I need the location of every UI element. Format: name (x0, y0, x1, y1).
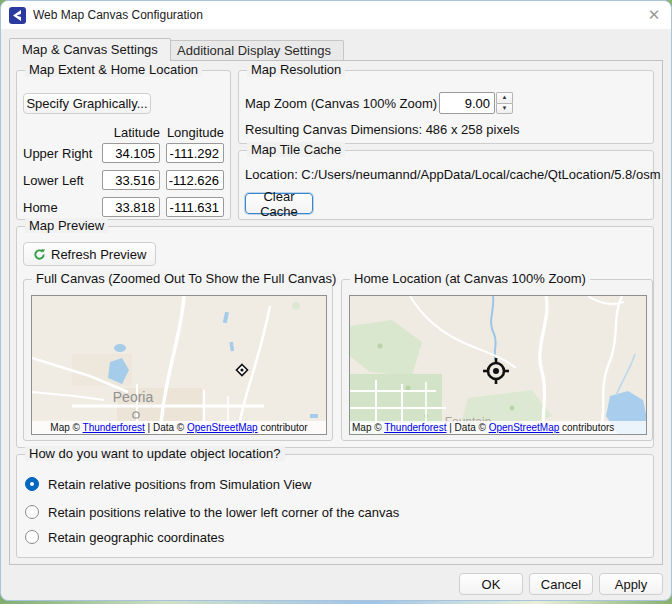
full-canvas-group: Full Canvas (Zoomed Out To Show the Full… (23, 279, 333, 441)
lower-left-latitude-field[interactable]: 33.516 (102, 170, 160, 190)
map-preview-group: Map Preview Refresh Preview Full Canvas … (16, 226, 654, 448)
thunderforest-link[interactable]: Thunderforest (83, 422, 145, 433)
specify-graphically-button[interactable]: Specify Graphically... (23, 93, 151, 114)
cancel-button[interactable]: Cancel (529, 573, 593, 595)
upper-right-label: Upper Right (23, 146, 92, 161)
close-icon[interactable]: ✕ (645, 6, 663, 24)
canvas-dimensions-text: Resulting Canvas Dimensions: 486 x 258 p… (245, 122, 520, 137)
home-location-group: Home Location (at Canvas 100% Zoom) (341, 279, 653, 441)
latitude-header: Latitude (102, 125, 160, 140)
map-tile-cache-group: Map Tile Cache Location: C:/Users/neuman… (238, 150, 654, 220)
map-preview-group-title: Map Preview (25, 218, 108, 233)
web-map-canvas-configuration-dialog: Web Map Canvas Configuration ✕ Map & Can… (0, 0, 672, 601)
refresh-icon (33, 248, 46, 261)
home-latitude-field[interactable]: 33.818 (102, 197, 160, 217)
window-title: Web Map Canvas Configuration (33, 8, 645, 22)
map-zoom-value[interactable]: 9.00 (439, 92, 495, 114)
lower-left-label: Lower Left (23, 173, 84, 188)
peoria-city-label: Peoria (113, 389, 154, 405)
lower-left-longitude-field[interactable]: -112.626 (166, 170, 224, 190)
app-icon (9, 7, 26, 24)
cache-location-text: Location: C:/Users/neumannd/AppData/Loca… (245, 167, 661, 182)
map-zoom-label: Map Zoom (Canvas 100% Zoom) (245, 96, 437, 111)
full-canvas-map[interactable]: Peoria Map © Thunderforest | Data © Open… (31, 295, 327, 435)
title-bar: Web Map Canvas Configuration ✕ (1, 1, 671, 29)
home-location-group-title: Home Location (at Canvas 100% Zoom) (350, 271, 590, 286)
radio-retain-relative-simulation[interactable]: Retain relative positions from Simulatio… (25, 476, 312, 492)
map-extent-group-title: Map Extent & Home Location (25, 62, 202, 77)
full-canvas-attribution: Map © Thunderforest | Data © OpenStreetM… (32, 421, 326, 434)
update-location-group-title: How do you want to update object locatio… (25, 446, 285, 461)
clear-cache-button[interactable]: Clear Cache (245, 193, 313, 214)
apply-button[interactable]: Apply (599, 573, 663, 595)
map-extent-group: Map Extent & Home Location Specify Graph… (16, 70, 231, 220)
map-resolution-group: Map Resolution Map Zoom (Canvas 100% Zoo… (238, 70, 654, 144)
openstreetmap-link[interactable]: OpenStreetMap (187, 422, 258, 433)
home-label: Home (23, 200, 58, 215)
home-location-map[interactable]: Fountain Map © Thunderforest | Data © Op… (349, 295, 647, 435)
radio-selected-icon[interactable] (25, 477, 39, 491)
tab-additional-display-settings[interactable]: Additional Display Settings (164, 40, 344, 60)
ok-button[interactable]: OK (459, 573, 523, 595)
full-canvas-group-title: Full Canvas (Zoomed Out To Show the Full… (32, 271, 340, 286)
home-longitude-field[interactable]: -111.631 (166, 197, 224, 217)
refresh-preview-label: Refresh Preview (51, 247, 146, 262)
tab-bar: Map & Canvas Settings Additional Display… (1, 29, 671, 60)
radio-retain-geographic[interactable]: Retain geographic coordinates (25, 529, 224, 545)
openstreetmap-link[interactable]: OpenStreetMap (489, 422, 560, 433)
map-resolution-group-title: Map Resolution (247, 62, 345, 77)
spin-up-icon[interactable]: ▲ (496, 92, 513, 103)
full-canvas-map-image: Peoria (32, 296, 326, 434)
radio-retain-lower-left[interactable]: Retain positions relative to the lower l… (25, 504, 399, 520)
map-tile-cache-group-title: Map Tile Cache (247, 142, 345, 157)
radio-unselected-icon[interactable] (25, 505, 39, 519)
tab-pane: Map Extent & Home Location Specify Graph… (9, 60, 663, 565)
dialog-button-box: OK Cancel Apply (1, 565, 671, 600)
upper-right-longitude-field[interactable]: -111.292 (166, 143, 224, 163)
longitude-header: Longitude (166, 125, 224, 140)
refresh-preview-button[interactable]: Refresh Preview (23, 242, 156, 266)
tab-map-canvas-settings[interactable]: Map & Canvas Settings (9, 38, 171, 61)
upper-right-latitude-field[interactable]: 34.105 (102, 143, 160, 163)
map-zoom-spinbox[interactable]: 9.00 ▲ ▼ (439, 92, 513, 114)
update-location-group: How do you want to update object locatio… (16, 454, 654, 558)
thunderforest-link[interactable]: Thunderforest (384, 422, 446, 433)
home-location-map-image: Fountain (350, 296, 646, 434)
spin-down-icon[interactable]: ▼ (496, 103, 513, 115)
radio-unselected-icon[interactable] (25, 530, 39, 544)
home-location-attribution: Map © Thunderforest | Data © OpenStreetM… (350, 421, 646, 434)
